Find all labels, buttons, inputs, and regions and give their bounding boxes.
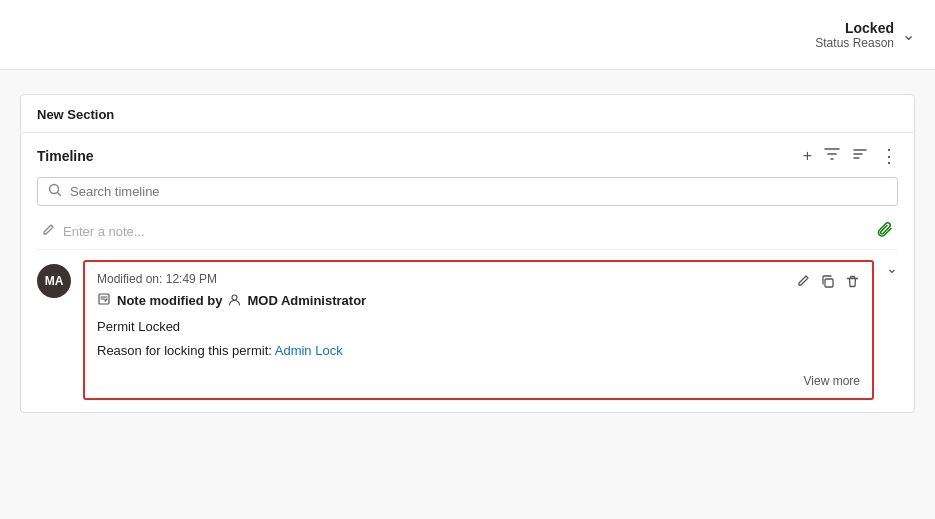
attachment-icon[interactable] <box>876 220 894 243</box>
entry-event-label: Note modified by <box>117 293 222 308</box>
search-input[interactable] <box>70 184 887 199</box>
section-card: New Section Timeline + <box>20 94 915 413</box>
svg-point-3 <box>232 295 237 300</box>
status-reason: Status Reason <box>815 36 894 50</box>
svg-rect-1 <box>825 279 833 287</box>
delete-icon[interactable] <box>845 274 860 292</box>
search-bar[interactable] <box>37 177 898 206</box>
edit-icon[interactable] <box>795 274 810 292</box>
entry-body-line2-link[interactable]: Admin Lock <box>275 343 343 358</box>
copy-icon[interactable] <box>820 274 835 292</box>
timeline-title: Timeline <box>37 148 94 164</box>
search-icon <box>48 183 62 200</box>
section-title: New Section <box>21 95 914 133</box>
note-placeholder: Enter a note... <box>63 224 145 239</box>
note-modified-icon <box>97 292 111 309</box>
sort-icon[interactable] <box>852 146 868 166</box>
note-input-row[interactable]: Enter a note... <box>37 214 898 250</box>
filter-icon[interactable] <box>824 146 840 166</box>
timeline-section: Timeline + ⋮ <box>21 133 914 412</box>
user-icon <box>228 293 241 309</box>
entry-chevron-icon[interactable]: ⌄ <box>886 260 898 276</box>
user-name: MOD Administrator <box>247 293 366 308</box>
status-label: Locked <box>815 20 894 36</box>
main-content: New Section Timeline + <box>0 70 935 429</box>
avatar: MA <box>37 264 71 298</box>
timeline-header: Timeline + ⋮ <box>37 145 898 167</box>
chevron-down-icon[interactable]: ⌄ <box>902 25 915 44</box>
timeline-entry: MA <box>37 260 898 400</box>
timeline-actions: + ⋮ <box>803 145 898 167</box>
entry-footer: View more <box>97 368 860 388</box>
more-icon[interactable]: ⋮ <box>880 145 898 167</box>
entry-body-line2-prefix: Reason for locking this permit: <box>97 343 275 358</box>
pencil-icon <box>41 223 55 240</box>
note-input-left: Enter a note... <box>41 223 145 240</box>
entry-body-line1: Permit Locked <box>97 317 860 337</box>
entry-card: Modified on: 12:49 PM Note modified by <box>83 260 874 400</box>
entry-actions <box>795 274 860 292</box>
add-icon[interactable]: + <box>803 147 812 165</box>
view-more-button[interactable]: View more <box>804 374 860 388</box>
status-dropdown[interactable]: Locked Status Reason ⌄ <box>815 20 915 50</box>
top-bar: Locked Status Reason ⌄ <box>0 0 935 70</box>
entry-body-line2: Reason for locking this permit: Admin Lo… <box>97 341 860 361</box>
entry-title-row: Note modified by MOD Administrator <box>97 292 860 309</box>
entry-timestamp: Modified on: 12:49 PM <box>97 272 860 286</box>
status-text: Locked Status Reason <box>815 20 894 50</box>
